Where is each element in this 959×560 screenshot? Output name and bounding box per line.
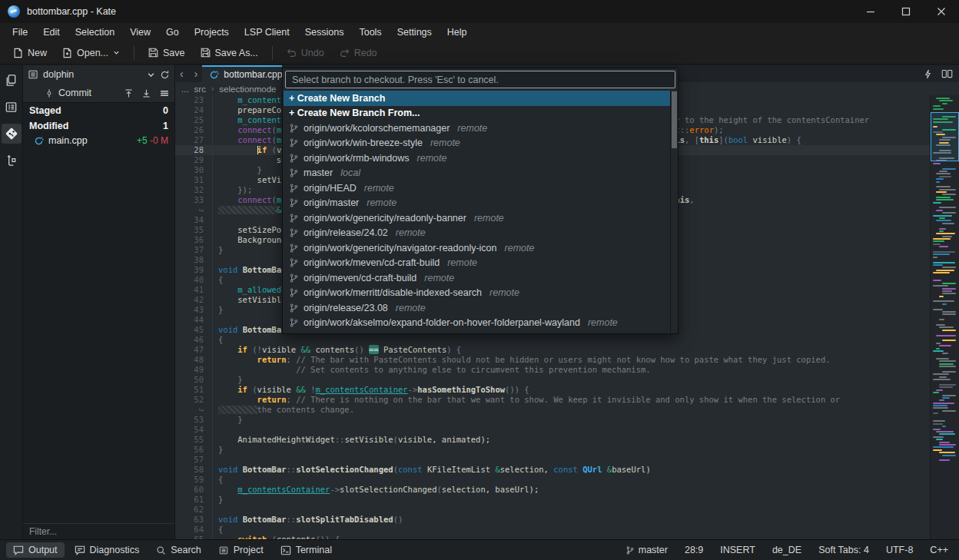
symbol-list-icon (5, 101, 18, 114)
git-branch-icon (289, 303, 299, 313)
menu-lsp-client[interactable]: LSP Client (237, 25, 297, 40)
status-encoding[interactable]: UTF-8 (886, 545, 913, 555)
open-button[interactable]: Open... (55, 45, 127, 61)
save-button[interactable]: Save (141, 45, 192, 61)
minimap-viewport[interactable] (931, 112, 959, 161)
refresh-icon[interactable] (160, 70, 170, 80)
nav-back-button[interactable]: ‹ (180, 68, 184, 80)
branch-item[interactable]: origin/work/kcolorschememanagerremote (284, 121, 670, 136)
minimap-scrollbar[interactable] (930, 95, 959, 539)
search-view-button[interactable]: Search (149, 542, 208, 558)
nav-forward-button[interactable]: › (194, 68, 198, 80)
menu-selection[interactable]: Selection (68, 25, 122, 40)
branch-item[interactable]: origin/meven/cd-craft-buildremote (284, 270, 670, 286)
split-view-icon[interactable] (941, 69, 953, 78)
toolbar-separator (134, 46, 134, 60)
branch-item[interactable]: masterlocal (284, 166, 670, 181)
commit-button[interactable]: Commit (45, 88, 91, 98)
branch-list-scrollbar[interactable] (670, 91, 677, 333)
menu-settings[interactable]: Settings (390, 25, 440, 40)
project-view-button[interactable]: Project (211, 542, 270, 558)
branch-search-input[interactable] (285, 71, 675, 88)
branch-item[interactable]: origin/work/merritt/disable-indexed-sear… (284, 286, 670, 301)
project-list-icon (28, 69, 38, 80)
status-dictionary[interactable]: de_DE (772, 545, 801, 555)
menu-tools[interactable]: Tools (351, 25, 389, 40)
project-name[interactable]: dolphin (43, 69, 74, 80)
new-button[interactable]: New (6, 45, 54, 61)
diagnostics-icon (75, 545, 85, 555)
branch-item[interactable]: origin/release/23.08remote (284, 300, 670, 316)
menu-go[interactable]: Go (158, 25, 187, 40)
branch-item[interactable]: origin/work/genericity/readonly-bannerre… (284, 210, 670, 226)
git-stat-staged[interactable]: Staged0 (23, 103, 174, 118)
branch-item[interactable] (284, 330, 670, 333)
status-language[interactable]: C++ (930, 545, 948, 555)
main-toolbar: New Open... Save Save As... Undo Redo (0, 41, 959, 65)
git-branch-icon (289, 227, 299, 238)
branch-item[interactable]: origin/release/24.02remote (284, 226, 670, 241)
git-branch-icon (289, 183, 299, 194)
code-line: ↪the contents change. (175, 405, 930, 415)
symbols-toolview-button[interactable] (2, 97, 22, 117)
status-git-branch[interactable]: master (626, 545, 668, 555)
menu-icon[interactable] (159, 88, 170, 98)
git-push-icon[interactable] (124, 88, 134, 98)
git-stats: Staged0Modified1 main.cpp+5 -0 M (23, 102, 174, 148)
menu-bar: FileEditSelectionViewGoProjectsLSP Clien… (0, 23, 959, 41)
breadcrumb-src[interactable]: src (194, 84, 206, 94)
git-branch-icon (289, 287, 299, 298)
changed-file-row[interactable]: main.cpp+5 -0 M (23, 134, 174, 148)
breadcrumb-ellipsis[interactable]: ... (181, 84, 189, 94)
git-branch-icon (289, 317, 299, 328)
git-stat-modified[interactable]: Modified1 (23, 118, 174, 134)
git-branch-icon (289, 123, 299, 134)
branch-item[interactable]: origin/work/rmb-windowsremote (284, 151, 670, 166)
status-cursor-position[interactable]: 28:9 (685, 545, 703, 555)
code-line: 62 (175, 505, 930, 515)
breadcrumb-selectionmode[interactable]: selectionmode (219, 84, 276, 94)
save-as-button[interactable]: Save As... (194, 45, 265, 61)
branch-item[interactable]: origin/HEADremote (284, 181, 670, 196)
minimize-button[interactable] (853, 0, 888, 23)
kate-window: bottombar.cpp - Kate FileEditSelectionVi… (0, 0, 959, 560)
code-line: 46{ (175, 335, 930, 345)
modified-icon (34, 136, 44, 146)
tab-bottombar-cpp[interactable]: bottombar.cpp (202, 65, 282, 82)
branch-item[interactable]: origin/work/akselmo/expand-folder-on-hov… (284, 316, 670, 331)
menu-file[interactable]: File (5, 25, 35, 40)
commit-graph-toolview-button[interactable] (2, 151, 22, 171)
git-icon (5, 127, 18, 141)
branch-item[interactable]: + Create New Branch From... (284, 106, 670, 121)
quick-open-lightning-icon[interactable] (924, 69, 932, 79)
chevron-down-icon[interactable] (147, 71, 155, 79)
git-toolview-button[interactable] (2, 124, 22, 144)
diagnostics-view-button[interactable]: Diagnostics (68, 542, 147, 558)
terminal-view-button[interactable]: Terminal (274, 542, 339, 558)
branch-item[interactable]: origin/masterremote (284, 196, 670, 211)
documents-toolview-button[interactable] (2, 70, 22, 90)
redo-icon (340, 48, 350, 58)
menu-sessions[interactable]: Sessions (297, 25, 352, 40)
close-button[interactable] (924, 0, 959, 23)
scrollbar-thumb[interactable] (672, 91, 677, 148)
filter-input[interactable] (23, 526, 174, 537)
output-bubble-icon (13, 545, 24, 555)
branch-item[interactable]: origin/work/genericity/navigator-readonl… (284, 240, 670, 256)
branch-item[interactable]: origin/work/win-breeze-styleremote (284, 136, 670, 151)
modified-icon (209, 70, 219, 80)
menu-view[interactable]: View (122, 25, 158, 40)
status-indent-mode[interactable]: Soft Tabs: 4 (818, 545, 869, 555)
menu-help[interactable]: Help (440, 25, 475, 40)
code-line: 55 AnimatedHeightWidget::setVisible(visi… (175, 435, 930, 445)
git-pull-icon[interactable] (141, 88, 151, 98)
branch-item[interactable]: origin/work/meven/cd-craft-buildremote (284, 256, 670, 271)
maximize-button[interactable] (888, 0, 924, 23)
output-view-button[interactable]: Output (6, 542, 65, 558)
status-bar: Output Diagnostics Search Project Termin… (0, 539, 959, 560)
branch-item[interactable]: + Create New Branch (284, 91, 670, 106)
menu-edit[interactable]: Edit (35, 25, 68, 40)
status-input-mode[interactable]: INSERT (720, 545, 755, 555)
menu-projects[interactable]: Projects (187, 25, 237, 40)
breadcrumb-separator: › (211, 84, 214, 93)
